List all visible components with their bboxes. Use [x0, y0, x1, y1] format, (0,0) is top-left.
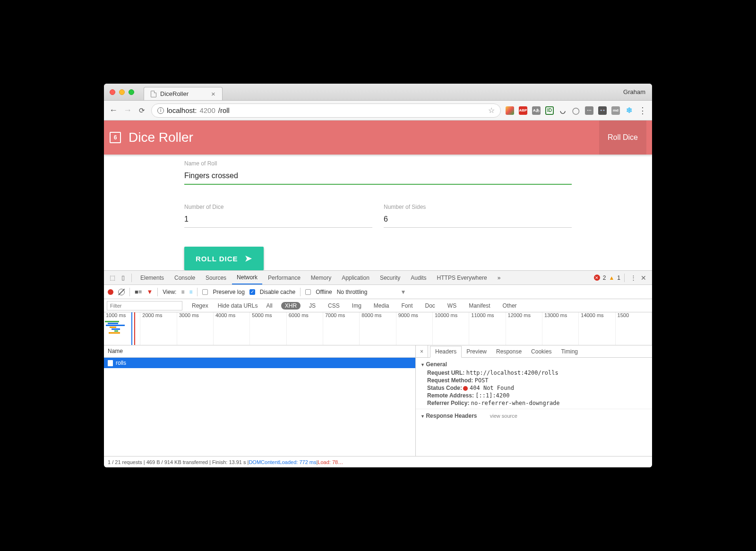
- extension-icon[interactable]: ◯: [572, 106, 580, 115]
- tab-performance[interactable]: Performance: [263, 271, 305, 284]
- tab-headers[interactable]: Headers: [430, 346, 462, 358]
- pocket-icon[interactable]: ◡: [558, 106, 567, 115]
- network-body: Name rolls × Headers Preview Response Co…: [104, 345, 652, 456]
- roll-dice-button[interactable]: ROLL DICE ➤: [184, 247, 264, 270]
- nav-roll-dice[interactable]: Roll Dice: [599, 121, 646, 155]
- chrome-menu-icon[interactable]: ⋮: [638, 105, 647, 116]
- roll-button-label: ROLL DICE: [196, 255, 238, 263]
- bookmark-icon[interactable]: ☆: [488, 106, 495, 115]
- close-window-icon[interactable]: [110, 89, 115, 95]
- view-source-link[interactable]: view source: [490, 413, 517, 419]
- request-row[interactable]: rolls: [104, 358, 415, 368]
- filter-img[interactable]: Img: [348, 302, 365, 310]
- browser-window: DiceRoller × Graham ← → ⟳ i localhost:42…: [104, 84, 652, 467]
- extension-icon[interactable]: ⋯: [585, 106, 593, 115]
- tab-preview[interactable]: Preview: [462, 345, 491, 357]
- num-dice-input[interactable]: [184, 213, 372, 228]
- throttling-select[interactable]: No throttling: [337, 289, 368, 295]
- adblock-icon[interactable]: ABP: [519, 106, 527, 115]
- inspect-icon[interactable]: ⬚: [108, 274, 117, 281]
- view-waterfall-icon[interactable]: ≡: [189, 289, 192, 295]
- tab-application[interactable]: Application: [337, 271, 374, 284]
- kv-row: Remote Address: [::1]:4200: [421, 392, 647, 399]
- filter-manifest[interactable]: Manifest: [465, 302, 494, 310]
- filter-input[interactable]: [107, 301, 182, 310]
- tab-network[interactable]: Network: [232, 271, 262, 284]
- record-icon[interactable]: [108, 289, 113, 295]
- offline-checkbox[interactable]: [305, 289, 311, 295]
- num-dice-field: Number of Dice: [184, 204, 372, 228]
- extension-icon[interactable]: ID: [545, 106, 554, 115]
- browser-tab[interactable]: DiceRoller ×: [144, 87, 223, 100]
- filter-xhr[interactable]: XHR: [281, 302, 301, 310]
- filter-doc[interactable]: Doc: [421, 302, 439, 310]
- filter-css[interactable]: CSS: [324, 302, 344, 310]
- back-button[interactable]: ←: [109, 105, 118, 115]
- reload-button[interactable]: ⟳: [137, 106, 146, 115]
- profile-name[interactable]: Graham: [623, 88, 645, 95]
- tick: 12000 ms: [506, 312, 542, 345]
- throttling-chevron-icon[interactable]: ▼: [400, 289, 406, 295]
- num-sides-label: Number of Sides: [384, 204, 572, 210]
- num-sides-input[interactable]: [384, 213, 572, 228]
- network-filter-bar: Regex Hide data URLs All XHR JS CSS Img …: [104, 299, 652, 312]
- tab-security[interactable]: Security: [375, 271, 405, 284]
- forward-button[interactable]: →: [123, 105, 132, 115]
- section-general[interactable]: General: [421, 360, 647, 369]
- tab-cookies[interactable]: Cookies: [526, 345, 556, 357]
- filter-ws[interactable]: WS: [444, 302, 460, 310]
- extension-icon[interactable]: ❄: [625, 106, 633, 115]
- maximize-window-icon[interactable]: [129, 89, 134, 95]
- tab-title: DiceRoller: [160, 90, 189, 97]
- tab-sources[interactable]: Sources: [201, 271, 231, 284]
- dice-logo-icon: 6: [110, 132, 121, 143]
- preserve-log-checkbox[interactable]: [202, 289, 208, 295]
- disable-cache-checkbox[interactable]: ✓: [249, 289, 255, 295]
- tab-https-everywhere[interactable]: HTTPS Everywhere: [432, 271, 492, 284]
- devtools-menu-icon[interactable]: ⋮: [628, 274, 638, 281]
- request-name: rolls: [116, 360, 126, 366]
- filter-media[interactable]: Media: [370, 302, 393, 310]
- kv-row: Request URL: http://localhost:4200/rolls: [421, 369, 647, 377]
- tab-audits[interactable]: Audits: [406, 271, 431, 284]
- site-info-icon[interactable]: i: [157, 107, 164, 114]
- tab-response[interactable]: Response: [491, 345, 526, 357]
- url-input[interactable]: i localhost:4200/roll ☆: [151, 103, 501, 118]
- tab-memory[interactable]: Memory: [306, 271, 336, 284]
- tab-timing[interactable]: Timing: [556, 345, 583, 357]
- section-response-headers[interactable]: Response Headers view source: [421, 411, 647, 421]
- filter-icon[interactable]: ▼: [146, 288, 153, 295]
- close-devtools-icon[interactable]: ✕: [639, 274, 648, 282]
- num-dice-label: Number of Dice: [184, 204, 372, 210]
- close-details-icon[interactable]: ×: [416, 345, 428, 357]
- filter-all[interactable]: All: [262, 302, 276, 310]
- file-icon: [151, 91, 156, 97]
- url-port: 4200: [199, 106, 215, 114]
- filter-js[interactable]: JS: [305, 302, 319, 310]
- dcl-marker: [131, 312, 132, 345]
- filter-other[interactable]: Other: [499, 302, 521, 310]
- screenshot-icon[interactable]: ■≡: [135, 288, 142, 295]
- more-tabs-icon[interactable]: »: [493, 271, 506, 284]
- extension-icon[interactable]: [506, 106, 514, 115]
- column-name[interactable]: Name: [104, 345, 415, 358]
- warning-badge-icon[interactable]: ▲: [609, 275, 614, 281]
- tab-console[interactable]: Console: [170, 271, 200, 284]
- extension-icon[interactable]: 👓: [598, 106, 607, 115]
- filter-font[interactable]: Font: [398, 302, 417, 310]
- clear-icon[interactable]: [118, 289, 125, 295]
- view-large-icon[interactable]: ≡: [181, 289, 184, 295]
- extension-icon[interactable]: md: [611, 106, 620, 115]
- tick: 13000 ms: [542, 312, 579, 345]
- regex-label: Regex: [192, 302, 208, 309]
- name-input[interactable]: [184, 170, 572, 185]
- error-badge-icon[interactable]: ✕: [594, 275, 600, 281]
- network-timeline[interactable]: 1000 ms 2000 ms 3000 ms 4000 ms 5000 ms …: [104, 312, 652, 345]
- window-controls: [104, 89, 134, 95]
- device-toggle-icon[interactable]: ▯: [118, 274, 128, 281]
- translate-icon[interactable]: Aあ: [532, 106, 541, 115]
- tab-elements[interactable]: Elements: [136, 271, 169, 284]
- url-path: /roll: [218, 106, 230, 114]
- close-tab-icon[interactable]: ×: [211, 90, 215, 98]
- minimize-window-icon[interactable]: [119, 89, 125, 95]
